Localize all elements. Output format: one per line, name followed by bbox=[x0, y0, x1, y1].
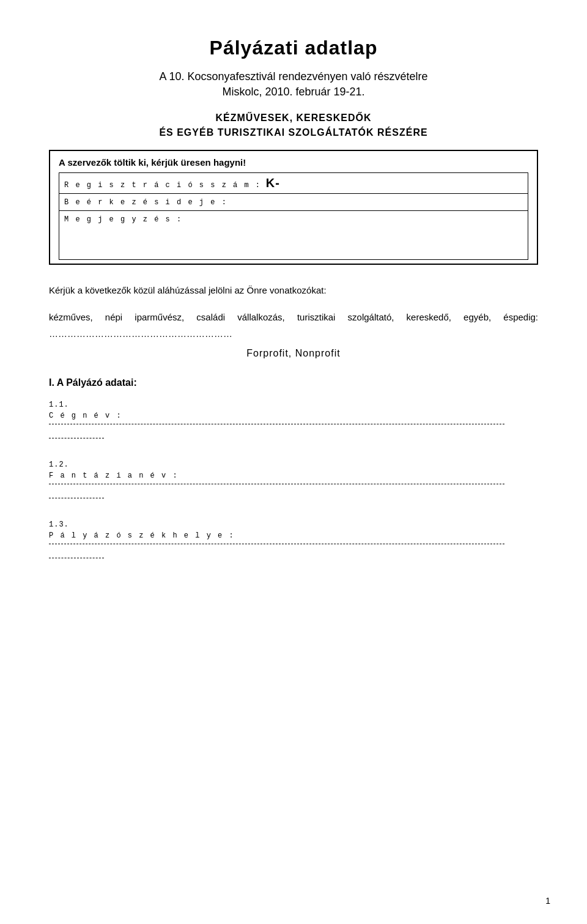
field-1-1-label: C é g n é v : bbox=[49, 412, 504, 420]
page: Pályázati adatlap A 10. Kocsonyafesztivá… bbox=[0, 0, 587, 924]
field-1-3-line2 bbox=[49, 558, 104, 558]
page-title: Pályázati adatlap bbox=[49, 37, 538, 59]
subtitle-line1: A 10. Kocsonyafesztivál rendezvényen val… bbox=[49, 70, 538, 83]
subtitle-line2: Miskolc, 2010. február 19-21. bbox=[49, 86, 538, 98]
field-1-3: 1.3. P á l y á z ó s z é k h e l y e : bbox=[49, 520, 538, 569]
field-1-2-line2 bbox=[49, 498, 104, 498]
arrival-label: B e é r k e z é s i d e j e : bbox=[59, 194, 528, 211]
options-text: kézműves, népi iparművész, családi válla… bbox=[49, 309, 538, 342]
organizer-label: A szervezők töltik ki, kérjük üresen hag… bbox=[59, 157, 528, 168]
reg-num-label: R e g i s z t r á c i ó s s z á m : K- bbox=[59, 173, 528, 194]
field-1-2: 1.2. F a n t á z i a n é v : bbox=[49, 460, 538, 509]
field-1-2-label: F a n t á z i a n é v : bbox=[49, 471, 504, 480]
field-1-1-line1 bbox=[49, 424, 504, 424]
section-i-title: I. A Pályázó adatai: bbox=[49, 377, 538, 388]
field-1-2-number: 1.2. bbox=[49, 460, 79, 469]
instruction-text: Kérjük a következők közül aláhúzással je… bbox=[49, 283, 538, 298]
field-1-2-inner: F a n t á z i a n é v : bbox=[49, 471, 504, 509]
section-header-line1: KÉZMŰVESEK, KERESKEDŐK bbox=[216, 113, 372, 123]
admin-table: R e g i s z t r á c i ó s s z á m : K- B… bbox=[59, 172, 528, 260]
field-1-1-number: 1.1. bbox=[49, 401, 79, 409]
page-number: 1 bbox=[545, 896, 550, 906]
reg-num-row: R e g i s z t r á c i ó s s z á m : K- bbox=[59, 173, 528, 194]
field-1-1-line2 bbox=[49, 438, 104, 438]
arrival-row: B e é r k e z é s i d e j e : bbox=[59, 194, 528, 211]
field-1-3-line1 bbox=[49, 544, 504, 544]
forprofit-line: Forprofit, Nonprofit bbox=[49, 348, 538, 359]
field-1-3-label: P á l y á z ó s z é k h e l y e : bbox=[49, 531, 504, 540]
field-1-3-number: 1.3. bbox=[49, 520, 79, 529]
section-header-line2: ÉS EGYÉB TURISZTIKAI SZOLGÁLTATÓK RÉSZÉR… bbox=[159, 127, 427, 138]
note-label: M e g j e g y z é s : bbox=[59, 211, 528, 260]
field-1-3-inner: P á l y á z ó s z é k h e l y e : bbox=[49, 531, 504, 569]
field-1-2-line1 bbox=[49, 484, 504, 484]
field-1-1: 1.1. C é g n é v : bbox=[49, 401, 538, 449]
field-1-1-inner: C é g n é v : bbox=[49, 412, 504, 449]
note-row: M e g j e g y z é s : bbox=[59, 211, 528, 260]
organizer-box: A szervezők töltik ki, kérjük üresen hag… bbox=[49, 150, 538, 265]
section-header: KÉZMŰVESEK, KERESKEDŐK ÉS EGYÉB TURISZTI… bbox=[49, 111, 538, 140]
